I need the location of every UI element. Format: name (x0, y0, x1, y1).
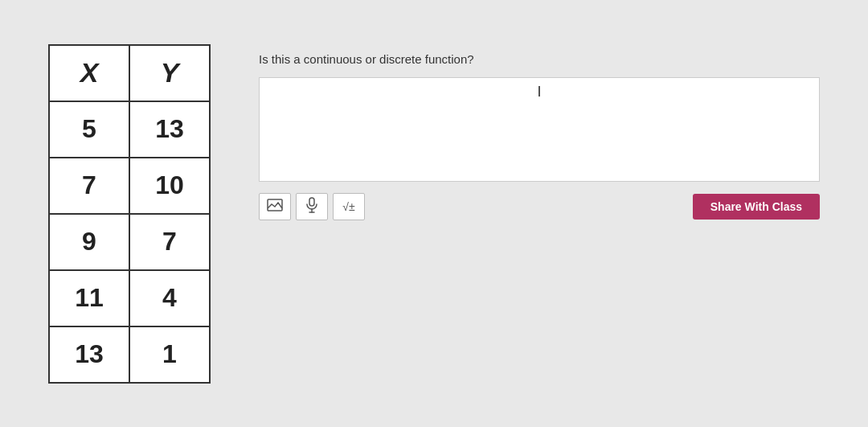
image-icon (267, 199, 283, 215)
toolbar-row: √± Share With Class (259, 193, 820, 220)
mic-button[interactable] (296, 193, 328, 220)
question-label: Is this a continuous or discrete functio… (259, 52, 820, 66)
cell-r4-c0: 13 (49, 326, 129, 383)
header-x: X (49, 45, 129, 101)
table-row: 710 (49, 158, 210, 214)
svg-rect-1 (309, 198, 314, 206)
table-row: 97 (49, 214, 210, 270)
cell-r2-c1: 7 (129, 214, 210, 270)
cell-r0-c0: 5 (49, 101, 129, 158)
table-section: X Y 51371097114131 (48, 44, 211, 384)
header-y: Y (129, 45, 210, 101)
cell-r4-c1: 1 (129, 326, 210, 383)
xy-table: X Y 51371097114131 (48, 44, 211, 384)
math-button[interactable]: √± (333, 193, 365, 220)
answer-box[interactable]: I (259, 77, 820, 182)
cell-r2-c0: 9 (49, 214, 129, 270)
main-container: X Y 51371097114131 Is this a continuous … (0, 20, 868, 408)
question-section: Is this a continuous or discrete functio… (259, 44, 820, 220)
cell-r1-c0: 7 (49, 158, 129, 214)
cell-r3-c0: 11 (49, 270, 129, 326)
cell-r1-c1: 10 (129, 158, 210, 214)
math-icon: √± (342, 200, 354, 213)
table-row: 114 (49, 270, 210, 326)
cell-r3-c1: 4 (129, 270, 210, 326)
table-row: 513 (49, 101, 210, 158)
cell-r0-c1: 13 (129, 101, 210, 158)
text-cursor: I (537, 84, 541, 99)
share-with-class-button[interactable]: Share With Class (693, 194, 820, 220)
mic-icon (306, 197, 317, 216)
image-button[interactable] (259, 193, 291, 220)
table-row: 131 (49, 326, 210, 383)
